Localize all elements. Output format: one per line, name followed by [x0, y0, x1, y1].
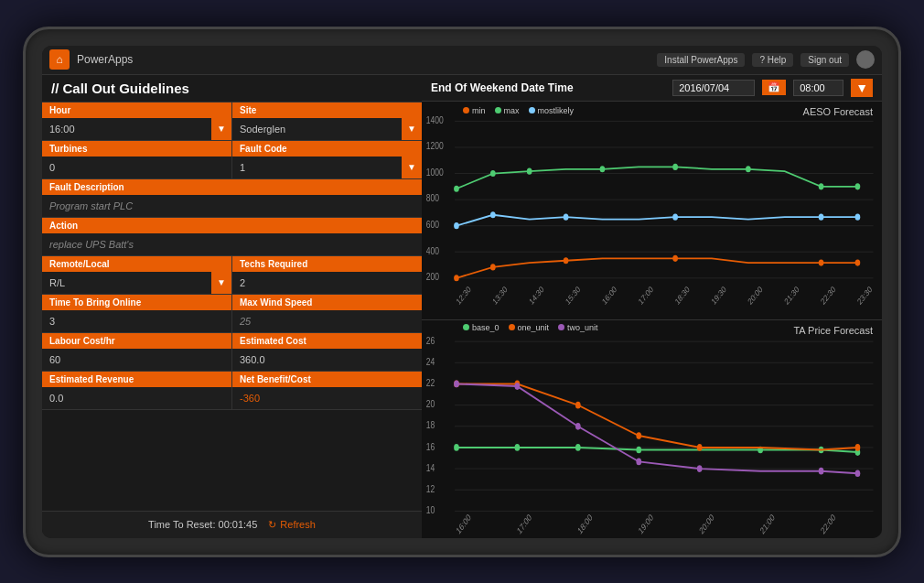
time-input[interactable] [793, 80, 843, 96]
tbo-group: Time To Bring Online 3 [42, 295, 231, 332]
mostlikely-dot [529, 107, 535, 113]
labour-value[interactable]: 60 [42, 349, 231, 371]
remote-dropdown[interactable]: ▼ [211, 272, 231, 294]
legend-mostlikely: mostlikely [529, 106, 575, 115]
aeso-legend: min max mostlikely [463, 106, 574, 115]
aeso-chart-svg: 1400 1200 1000 800 600 400 200 [422, 102, 882, 319]
min-dot [463, 107, 469, 113]
fault-desc-label: Fault Description [42, 179, 422, 195]
svg-point-33 [855, 183, 861, 189]
svg-point-87 [636, 458, 641, 465]
svg-point-90 [855, 470, 861, 477]
remote-input-row: R/L ▼ [42, 272, 231, 294]
turbines-value[interactable]: 0 [42, 157, 231, 178]
right-panel: End Of Weekend Date Time 📅 ▼ min [422, 75, 882, 538]
svg-text:400: 400 [426, 244, 439, 255]
svg-text:22: 22 [426, 376, 435, 388]
fault-desc-group: Fault Description Program start PLC [42, 179, 422, 217]
home-icon[interactable]: ⌂ [49, 49, 70, 70]
svg-text:18:00: 18:00 [576, 512, 594, 535]
svg-text:23:30: 23:30 [855, 284, 874, 307]
base-dot [463, 324, 469, 330]
refresh-button[interactable]: ↻ Refresh [268, 519, 316, 531]
install-button[interactable]: Install PowerApps [657, 53, 745, 67]
svg-point-30 [672, 163, 678, 169]
calendar-button[interactable]: 📅 [762, 80, 786, 95]
mws-value[interactable]: 25 [232, 310, 422, 332]
fault-code-value[interactable]: 1 [232, 157, 402, 178]
one-unit-dot [509, 324, 515, 330]
svg-point-88 [697, 465, 703, 472]
svg-text:14:30: 14:30 [527, 284, 545, 307]
svg-text:200: 200 [426, 271, 439, 282]
svg-text:800: 800 [426, 192, 439, 203]
techs-value[interactable]: 2 [232, 272, 422, 294]
signout-button[interactable]: Sign out [800, 53, 849, 67]
svg-text:1200: 1200 [426, 140, 444, 151]
top-bar-left: ⌂ PowerApps [49, 49, 133, 70]
svg-point-83 [855, 444, 861, 451]
svg-point-28 [527, 167, 532, 174]
mws-label: Max Wind Speed [232, 295, 422, 310]
svg-point-37 [672, 213, 678, 220]
hour-dropdown[interactable]: ▼ [211, 118, 231, 140]
svg-point-72 [515, 444, 521, 451]
svg-point-74 [636, 446, 641, 453]
two-unit-dot [558, 324, 564, 330]
action-value[interactable]: replace UPS Batt's [42, 233, 422, 255]
svg-text:15:30: 15:30 [564, 284, 582, 307]
svg-text:24: 24 [426, 355, 435, 367]
svg-point-42 [564, 257, 569, 264]
net-value[interactable]: -360 [232, 387, 422, 409]
action-group: Action replace UPS Batt's [42, 218, 422, 255]
est-cost-group: Estimated Cost 360.0 [232, 333, 422, 371]
refresh-label: Refresh [280, 519, 316, 530]
est-cost-value[interactable]: 360.0 [232, 349, 422, 371]
fault-desc-row: Fault Description Program start PLC [42, 179, 422, 218]
user-avatar [856, 50, 875, 69]
fault-desc-value[interactable]: Program start PLC [42, 195, 422, 217]
max-dot [495, 107, 501, 113]
top-bar: ⌂ PowerApps Install PowerApps ? Help Sig… [42, 46, 882, 75]
fault-code-dropdown[interactable]: ▼ [402, 157, 422, 178]
svg-point-38 [819, 213, 824, 220]
legend-two-unit: two_unit [558, 323, 598, 332]
svg-point-43 [672, 254, 678, 261]
ta-chart: base_0 one_unit two_unit TA Price [422, 320, 882, 538]
chart-header: End Of Weekend Date Time 📅 ▼ [422, 75, 882, 102]
turbines-label: Turbines [42, 141, 231, 157]
form-section: Hour 16:00 ▼ Site Soderglen ▼ [42, 103, 422, 511]
net-group: Net Benefit/Cost -360 [232, 372, 422, 409]
device-frame: ⌂ PowerApps Install PowerApps ? Help Sig… [23, 27, 901, 557]
tbo-value[interactable]: 3 [42, 310, 231, 332]
remote-value[interactable]: R/L [42, 272, 211, 294]
left-panel: // Call Out Guidelines Hour 16:00 ▼ [42, 75, 422, 538]
svg-point-35 [490, 211, 496, 218]
chart-container: min max mostlikely AESO Forecast [422, 102, 882, 538]
net-label: Net Benefit/Cost [232, 372, 422, 387]
hour-value[interactable]: 16:00 [42, 118, 211, 140]
legend-min: min [463, 106, 486, 115]
svg-point-80 [575, 401, 581, 408]
est-rev-group: Estimated Revenue 0.0 [42, 372, 231, 409]
help-button[interactable]: ? Help [752, 53, 793, 67]
tbo-label: Time To Bring Online [42, 295, 231, 310]
date-input[interactable] [672, 80, 755, 96]
est-rev-label: Estimated Revenue [42, 372, 231, 387]
svg-text:12: 12 [426, 482, 435, 494]
fault-code-label: Fault Code [232, 141, 422, 157]
svg-text:21:30: 21:30 [782, 284, 800, 307]
legend-one-unit: one_unit [509, 323, 550, 332]
hour-label: Hour [42, 103, 231, 118]
svg-point-36 [564, 213, 569, 220]
svg-point-89 [819, 467, 824, 474]
svg-text:10: 10 [426, 503, 435, 515]
fault-code-input-row: 1 ▼ [232, 157, 422, 178]
site-value[interactable]: Soderglen [232, 118, 402, 140]
svg-text:18:30: 18:30 [673, 284, 692, 307]
time-expand-button[interactable]: ▼ [851, 79, 873, 97]
remote-label: Remote/Local [42, 256, 231, 272]
est-rev-value[interactable]: 0.0 [42, 387, 231, 409]
labour-group: Labour Cost/hr 60 [42, 333, 231, 371]
site-dropdown[interactable]: ▼ [402, 118, 422, 140]
